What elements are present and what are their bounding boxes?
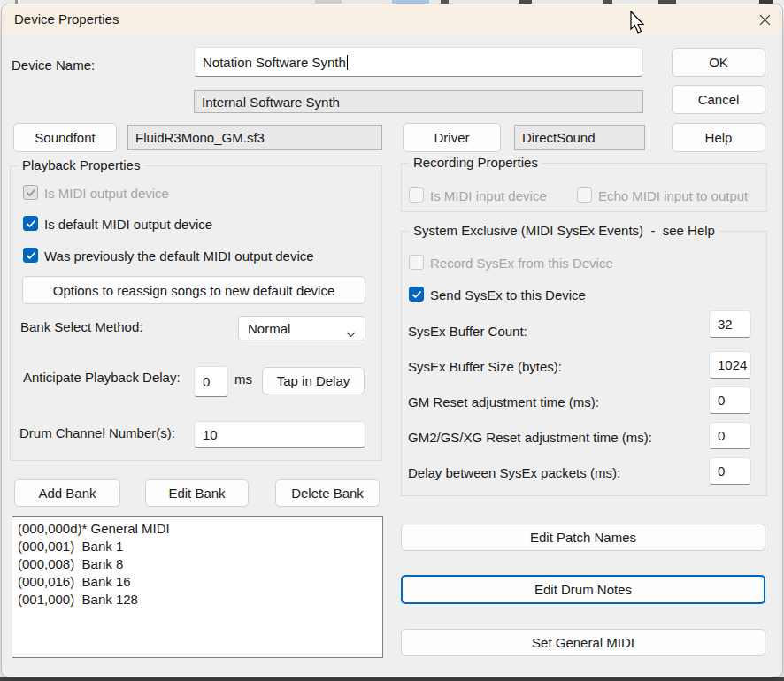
ms-unit-label: ms	[234, 371, 252, 386]
sysex-buffer-count-input[interactable]: 32	[709, 310, 751, 338]
sysex-buffer-count-value: 32	[718, 317, 733, 332]
gm-reset-time-value: 0	[718, 393, 725, 408]
list-item[interactable]: (000,016) Bank 16	[18, 573, 382, 591]
gm2-gs-xg-reset-time-input[interactable]: 0	[709, 422, 751, 449]
delete-bank-button[interactable]: Delete Bank	[275, 479, 380, 507]
chevron-down-icon	[346, 325, 356, 340]
sysex-buffer-size-label: SysEx Buffer Size (bytes):	[408, 359, 562, 374]
playback-properties-group: Playback Properties	[10, 165, 382, 461]
set-general-midi-button[interactable]: Set General MIDI	[401, 629, 765, 656]
driver-value-field: DirectSound	[514, 125, 645, 150]
sysex-buffer-size-value: 1024	[718, 357, 747, 372]
gm2-gs-xg-reset-time-value: 0	[718, 428, 725, 443]
device-name-value: Notation Software Synth	[203, 55, 346, 70]
was-previously-default-label: Was previously the default MIDI output d…	[44, 249, 314, 264]
echo-midi-input-label: Echo MIDI input to output	[598, 188, 748, 203]
soundfont-file-field: FluidR3Mono_GM.sf3	[127, 125, 382, 150]
send-sysex-checkbox[interactable]	[409, 287, 424, 302]
sysex-packet-delay-input[interactable]: 0	[709, 457, 751, 485]
anticipate-delay-label: Anticipate Playback Delay:	[23, 370, 181, 385]
cancel-button[interactable]: Cancel	[672, 85, 765, 114]
recording-group-label: Recording Properties	[409, 155, 542, 170]
drum-channel-input[interactable]: 10	[194, 421, 365, 448]
help-button[interactable]: Help	[672, 123, 765, 152]
bank-list[interactable]: (000,000d)* General MIDI (000,001) Bank …	[12, 516, 383, 658]
echo-midi-input-checkbox	[577, 187, 592, 203]
send-sysex-label: Send SysEx to this Device	[430, 287, 586, 302]
gm2-gs-xg-reset-time-label: GM2/GS/XG Reset adjustment time (ms):	[408, 430, 652, 445]
sysex-packet-delay-label: Delay between SysEx packets (ms):	[408, 465, 620, 480]
list-item[interactable]: (000,001) Bank 1	[18, 538, 382, 555]
edit-bank-button[interactable]: Edit Bank	[145, 479, 249, 507]
close-icon[interactable]	[751, 9, 778, 31]
is-midi-output-label: Is MIDI output device	[44, 186, 169, 201]
sysex-group-label: System Exclusive (MIDI SysEx Events) - s…	[409, 223, 719, 238]
is-default-output-checkbox[interactable]	[23, 216, 38, 231]
internal-name-field: Internal Software Synth	[194, 90, 643, 113]
background-bottom-strip	[0, 677, 784, 681]
bank-select-method-dropdown[interactable]: Normal	[238, 316, 365, 340]
device-name-label: Device Name:	[12, 57, 95, 73]
is-midi-input-checkbox	[409, 187, 424, 203]
record-sysex-label: Record SysEx from this Device	[430, 256, 613, 271]
drum-channel-value: 10	[203, 427, 218, 442]
ok-button[interactable]: OK	[672, 48, 765, 77]
internal-name-value: Internal Software Synth	[202, 95, 340, 110]
soundfont-file-value: FluidR3Mono_GM.sf3	[135, 130, 265, 145]
title-bar[interactable]: Device Properties	[2, 4, 782, 34]
gm-reset-time-label: GM Reset adjustment time (ms):	[408, 394, 599, 409]
was-previously-default-checkbox[interactable]	[23, 248, 38, 263]
drum-channel-label: Drum Channel Number(s):	[19, 425, 175, 440]
mouse-cursor	[630, 11, 647, 36]
driver-value: DirectSound	[522, 130, 596, 145]
screen: Device Properties Device Name: Notation …	[0, 0, 784, 681]
list-item[interactable]: (001,000) Bank 128	[18, 591, 382, 608]
device-name-input[interactable]: Notation Software Synth	[194, 47, 643, 77]
is-default-output-label: Is default MIDI output device	[44, 217, 212, 232]
edit-patch-names-button[interactable]: Edit Patch Names	[401, 524, 765, 551]
driver-button[interactable]: Driver	[403, 123, 501, 152]
is-midi-input-label: Is MIDI input device	[430, 188, 547, 203]
list-item[interactable]: (000,000d)* General MIDI	[18, 520, 382, 538]
record-sysex-checkbox	[409, 255, 424, 270]
bank-select-method-value: Normal	[248, 321, 290, 336]
bank-select-method-label: Bank Select Method:	[20, 319, 142, 334]
edit-drum-notes-button[interactable]: Edit Drum Notes	[401, 575, 765, 604]
tap-in-delay-button[interactable]: Tap in Delay	[262, 367, 365, 394]
sysex-packet-delay-value: 0	[718, 463, 725, 478]
gm-reset-time-input[interactable]: 0	[709, 386, 751, 414]
playback-group-label: Playback Properties	[18, 157, 144, 172]
device-properties-dialog: Device Properties Device Name: Notation …	[1, 4, 783, 677]
anticipate-delay-input[interactable]: 0	[194, 366, 228, 397]
sysex-buffer-count-label: SysEx Buffer Count:	[408, 324, 527, 339]
text-caret	[347, 55, 348, 70]
dialog-title: Device Properties	[14, 11, 119, 27]
soundfont-button[interactable]: Soundfont	[13, 123, 117, 152]
list-item[interactable]: (000,008) Bank 8	[18, 555, 382, 573]
add-bank-button[interactable]: Add Bank	[14, 479, 120, 507]
reassign-songs-button[interactable]: Options to reassign songs to new default…	[22, 276, 365, 304]
sysex-buffer-size-input[interactable]: 1024	[709, 351, 751, 379]
is-midi-output-checkbox	[23, 185, 38, 200]
anticipate-delay-value: 0	[203, 374, 210, 389]
